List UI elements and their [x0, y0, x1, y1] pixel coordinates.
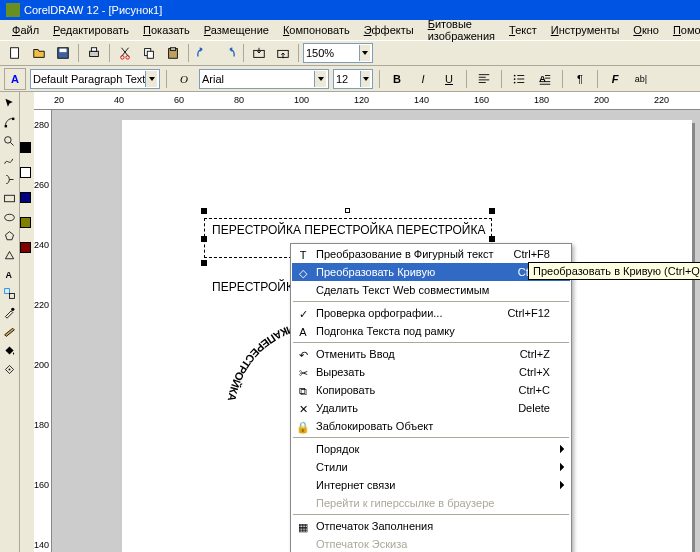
interactive-fill-tool[interactable] — [0, 360, 18, 378]
print-button[interactable] — [83, 42, 105, 64]
ctx-item[interactable]: 🔒Заблокировать Объект — [292, 417, 570, 435]
polygon-tool[interactable] — [0, 227, 18, 245]
ruler-tick: 240 — [34, 240, 49, 250]
selection-handle[interactable] — [489, 236, 495, 242]
selection-handle[interactable] — [201, 236, 207, 242]
style-combo[interactable] — [30, 69, 160, 89]
format-text-button[interactable]: F — [604, 68, 626, 90]
menu-icon: ✕ — [295, 401, 311, 417]
ruler-tick: 260 — [34, 180, 49, 190]
dropcap-button[interactable]: A — [534, 68, 556, 90]
ctx-item[interactable]: TПреобразование в Фигурный текстCtrl+F8 — [292, 245, 570, 263]
ctx-item[interactable]: Стили — [292, 458, 570, 476]
shape-tool[interactable] — [0, 113, 18, 131]
font-size-combo[interactable] — [333, 69, 373, 89]
import-button[interactable] — [248, 42, 270, 64]
open-button[interactable] — [28, 42, 50, 64]
ctx-item[interactable]: Интернет связи — [292, 476, 570, 494]
freehand-tool[interactable] — [0, 151, 18, 169]
ruler-tick: 20 — [54, 95, 64, 105]
ctx-item[interactable]: Сделать Текст Web совместимым — [292, 281, 570, 299]
basic-shapes-tool[interactable] — [0, 246, 18, 264]
outline-tool[interactable] — [0, 322, 18, 340]
eyedropper-tool[interactable] — [0, 303, 18, 321]
selection-handle[interactable] — [345, 208, 350, 213]
dropdown-arrow-icon[interactable] — [359, 45, 370, 61]
dropdown-arrow-icon[interactable] — [145, 71, 157, 87]
text-object-1[interactable]: ПЕРЕСТРОЙКА ПЕРЕСТРОЙКА ПЕРЕСТРОЙКА — [212, 223, 485, 237]
save-button[interactable] — [52, 42, 74, 64]
fill-tool[interactable] — [0, 341, 18, 359]
ctx-item[interactable]: ↶Отменить ВводCtrl+Z — [292, 345, 570, 363]
menu-effects[interactable]: Эффекты — [358, 23, 420, 37]
rectangle-tool[interactable] — [0, 189, 18, 207]
edit-text-button[interactable]: ab| — [630, 68, 652, 90]
selection-handle[interactable] — [201, 260, 207, 266]
ctx-item[interactable]: ✂ВырезатьCtrl+X — [292, 363, 570, 381]
menu-edit[interactable]: Редактировать — [47, 23, 135, 37]
redo-button[interactable] — [217, 42, 239, 64]
menu-window[interactable]: Окно — [627, 23, 665, 37]
ctx-item[interactable]: ⧉КопироватьCtrl+C — [292, 381, 570, 399]
new-button[interactable] — [4, 42, 26, 64]
font-icon: O — [173, 68, 195, 90]
menu-tools[interactable]: Инструменты — [545, 23, 626, 37]
font-combo[interactable] — [199, 69, 329, 89]
ruler-horizontal: 20406080100120140160180200220 — [34, 92, 700, 110]
pick-tool[interactable] — [0, 94, 18, 112]
selection-handle[interactable] — [489, 208, 495, 214]
menu-layout[interactable]: Размещение — [198, 23, 275, 37]
dropdown-arrow-icon[interactable] — [314, 71, 326, 87]
svg-rect-20 — [4, 195, 14, 202]
menu-text[interactable]: Текст — [503, 23, 543, 37]
swatch[interactable] — [20, 167, 31, 178]
zoom-tool[interactable] — [0, 132, 18, 150]
swatch[interactable] — [20, 242, 31, 253]
italic-button[interactable]: I — [412, 68, 434, 90]
smart-draw-tool[interactable] — [0, 170, 18, 188]
zoom-combo[interactable] — [303, 43, 373, 63]
bullets-button[interactable] — [508, 68, 530, 90]
svg-rect-4 — [91, 48, 96, 52]
export-button[interactable] — [272, 42, 294, 64]
dropdown-arrow-icon[interactable] — [360, 71, 370, 87]
font-input[interactable] — [202, 73, 314, 85]
font-size-input[interactable] — [336, 73, 360, 85]
menu-icon — [295, 537, 311, 552]
swatch[interactable] — [20, 192, 31, 203]
ellipse-tool[interactable] — [0, 208, 18, 226]
swatch[interactable] — [20, 142, 31, 153]
zoom-input[interactable] — [306, 47, 359, 59]
nonprint-button[interactable]: ¶ — [569, 68, 591, 90]
align-left-button[interactable] — [473, 68, 495, 90]
ctx-item[interactable]: ✓Проверка орфографии...Ctrl+F12 — [292, 304, 570, 322]
underline-button[interactable]: U — [438, 68, 460, 90]
svg-point-19 — [4, 136, 11, 143]
ctx-label: Сделать Текст Web совместимым — [316, 284, 489, 296]
menu-icon: ◇ — [295, 265, 311, 281]
blend-tool[interactable] — [0, 284, 18, 302]
text-tool-icon[interactable]: A — [4, 68, 26, 90]
ctx-label: Преобразовать Кривую — [316, 266, 435, 278]
menu-view[interactable]: Показать — [137, 23, 196, 37]
paste-button[interactable] — [162, 42, 184, 64]
svg-point-13 — [514, 74, 516, 76]
selection-handle[interactable] — [201, 208, 207, 214]
bold-button[interactable]: B — [386, 68, 408, 90]
svg-rect-8 — [147, 51, 153, 58]
menu-help[interactable]: Помощь — [667, 23, 700, 37]
undo-button[interactable] — [193, 42, 215, 64]
text-tool[interactable]: A — [0, 265, 18, 283]
swatch[interactable] — [20, 217, 31, 228]
ctx-item[interactable]: Порядок — [292, 440, 570, 458]
cut-button[interactable] — [114, 42, 136, 64]
ctx-item[interactable]: ▦Отпечаток Заполнения — [292, 517, 570, 535]
ctx-item[interactable]: AПодгонка Текста под рамку — [292, 322, 570, 340]
menu-file[interactable]: Файл — [6, 23, 45, 37]
menu-bitmaps[interactable]: Битовые изображения — [422, 17, 501, 43]
ctx-item[interactable]: ✕УдалитьDelete — [292, 399, 570, 417]
ctx-label: Отменить Ввод — [316, 348, 395, 360]
copy-button[interactable] — [138, 42, 160, 64]
menu-arrange[interactable]: Компоновать — [277, 23, 356, 37]
style-input[interactable] — [33, 73, 145, 85]
